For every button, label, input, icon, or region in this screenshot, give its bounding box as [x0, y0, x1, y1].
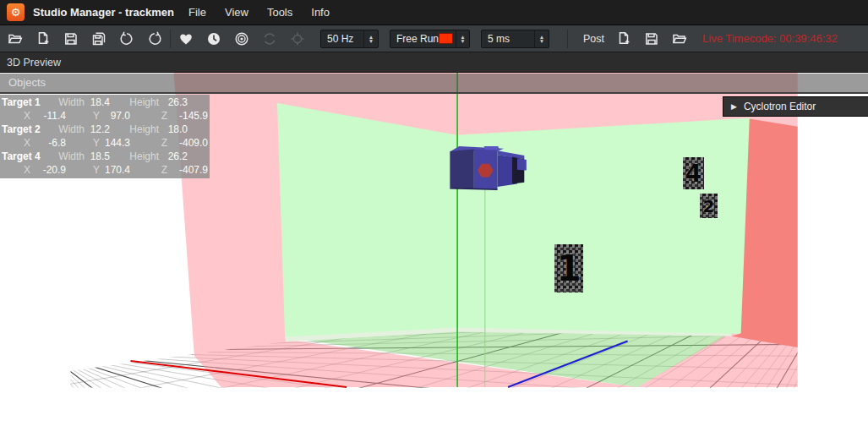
target-row: X -11.4 Y 97.0 Z -145.9 — [0, 109, 210, 123]
height-label: Height — [110, 150, 159, 163]
x-value: -6.8 — [30, 136, 66, 150]
y-value: 170.4 — [100, 163, 130, 177]
objects-label: Objects — [8, 76, 46, 89]
width-label: Width — [54, 123, 85, 136]
new-file-icon[interactable] — [35, 30, 52, 47]
toolbar-separator — [567, 30, 568, 48]
mode-dropdown[interactable]: Free Run ▲▼ — [390, 30, 470, 48]
marker-number: 4 — [685, 160, 701, 188]
y-value: 144.3 — [100, 136, 130, 150]
height-value: 18.0 — [159, 123, 188, 136]
preview-title-bar: 3D Preview — [0, 52, 868, 73]
marker-number: 1 — [556, 248, 581, 289]
width-value: 18.5 — [85, 150, 110, 163]
clock-icon[interactable] — [205, 30, 222, 47]
window-title: Studio Manager - trackmen — [33, 6, 177, 19]
menu-info[interactable]: Info — [303, 6, 338, 19]
rotate-ccw-icon[interactable] — [118, 30, 135, 47]
spinner-arrows-icon[interactable]: ▲▼ — [363, 30, 378, 47]
y-label: Y — [66, 136, 100, 150]
crosshair-disabled-icon — [289, 30, 306, 47]
target-row: Target 4 Width 18.5 Height 26.2 — [0, 150, 210, 163]
x-value: -11.4 — [30, 109, 66, 123]
width-label: Width — [54, 96, 85, 109]
z-label: Z — [130, 109, 167, 123]
target-row: Target 2 Width 12.2 Height 18.0 — [0, 123, 210, 136]
x-label: X — [0, 136, 30, 150]
delay-value: 5 ms — [482, 33, 534, 45]
target-row: X -20.9 Y 170.4 Z -407.9 — [0, 163, 210, 177]
z-label: Z — [130, 163, 167, 177]
width-value: 12.2 — [85, 123, 110, 136]
frequency-value: 50 Hz — [321, 33, 363, 45]
height-value: 26.2 — [159, 150, 188, 163]
sync-disabled-icon — [261, 30, 278, 47]
z-value: -145.9 — [167, 109, 208, 123]
toolbar: 50 Hz ▲▼ Free Run ▲▼ 5 ms ▲▼ Post Live T… — [0, 25, 868, 52]
mode-status-indicator — [439, 33, 453, 44]
width-label: Width — [54, 150, 85, 163]
studio-manager-window: ⚙ Studio Manager - trackmen File View To… — [0, 0, 868, 448]
height-label: Height — [110, 96, 159, 109]
x-value: -20.9 — [30, 163, 66, 177]
delay-dropdown[interactable]: 5 ms ▲▼ — [481, 30, 549, 48]
play-triangle-icon: ▶ — [731, 102, 737, 111]
objects-bar[interactable]: Objects — [0, 74, 868, 94]
post-label: Post — [583, 33, 604, 45]
open-folder-icon[interactable] — [7, 30, 24, 47]
spinner-arrows-icon[interactable]: ▲▼ — [534, 30, 549, 47]
record-target-icon[interactable] — [233, 30, 250, 47]
z-label: Z — [130, 136, 167, 150]
target-name: Target 1 — [0, 96, 54, 109]
menu-file[interactable]: File — [180, 6, 215, 19]
target-readout-panel: Target 1 Width 18.4 Height 26.3 X -11.4 … — [0, 95, 210, 178]
save-all-icon[interactable] — [90, 30, 107, 47]
toolbar-separator — [170, 30, 171, 48]
app-gear-icon: ⚙ — [7, 3, 25, 21]
title-bar: ⚙ Studio Manager - trackmen File View To… — [0, 0, 868, 25]
spinner-arrows-icon[interactable]: ▲▼ — [456, 30, 469, 47]
frequency-dropdown[interactable]: 50 Hz ▲▼ — [320, 30, 379, 48]
target-row: Target 1 Width 18.4 Height 26.3 — [0, 96, 210, 109]
x-label: X — [0, 109, 30, 123]
save-icon[interactable] — [63, 30, 79, 47]
width-value: 18.4 — [85, 96, 110, 109]
menu-view[interactable]: View — [216, 6, 257, 19]
live-timecode: Live Timecode: 00:39:46:32 — [702, 32, 838, 45]
y-label: Y — [66, 163, 100, 177]
target-row: X -6.8 Y 144.3 Z -409.0 — [0, 136, 210, 150]
cyclotron-editor-label: Cyclotron Editor — [744, 101, 816, 112]
target-name: Target 4 — [0, 150, 54, 163]
3d-viewport[interactable]: Objects Target 1 Width 18.4 Height 26.3 … — [0, 73, 868, 448]
fiducial-marker-4[interactable]: 4 — [683, 157, 704, 189]
y-value: 97.0 — [100, 109, 130, 123]
height-label: Height — [110, 123, 159, 136]
post-save-icon[interactable] — [643, 30, 660, 47]
cyclotron-editor-button[interactable]: ▶ Cyclotron Editor — [723, 96, 868, 117]
post-new-file-icon[interactable] — [615, 30, 632, 47]
z-value: -407.9 — [167, 163, 208, 177]
z-value: -409.0 — [167, 136, 208, 150]
marker-number: 2 — [703, 196, 715, 216]
fiducial-marker-2[interactable]: 2 — [700, 194, 718, 218]
heart-icon[interactable] — [177, 30, 194, 47]
x-label: X — [0, 163, 30, 177]
menu-tools[interactable]: Tools — [259, 6, 301, 19]
post-open-folder-icon[interactable] — [671, 30, 688, 47]
height-value: 26.3 — [159, 96, 188, 109]
target-name: Target 2 — [0, 123, 54, 136]
mode-value: Free Run — [390, 33, 439, 45]
menu-bar: File View Tools Info — [180, 6, 340, 19]
fiducial-marker-1[interactable]: 1 — [554, 244, 583, 292]
rotate-cw-icon[interactable] — [146, 30, 163, 47]
preview-title: 3D Preview — [7, 57, 61, 68]
y-label: Y — [66, 109, 100, 123]
